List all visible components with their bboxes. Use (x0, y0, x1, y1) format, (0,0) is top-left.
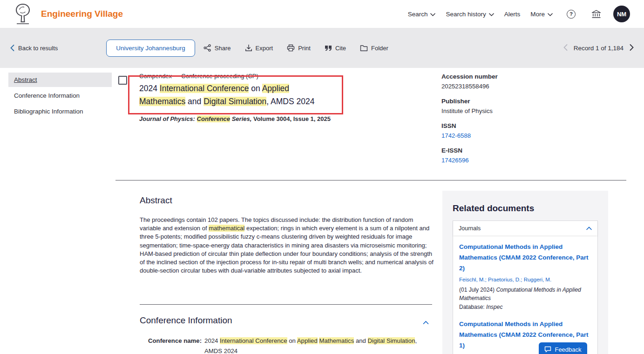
chevron-down-icon (548, 13, 553, 16)
chevron-up-icon (586, 227, 592, 230)
top-header: Engineering Village Search Search histor… (0, 0, 644, 28)
abstract-text: The proceedings contain 102 papers. The … (140, 216, 434, 275)
section-divider (140, 304, 432, 305)
top-nav: Search Search history Alerts More (408, 11, 553, 18)
related-document-database: Database: Inspec (459, 304, 591, 310)
section-divider (115, 180, 626, 180)
record-pagination: Record 1 of 1,184 (563, 44, 634, 52)
record-select-checkbox[interactable] (118, 76, 127, 85)
nav-more[interactable]: More (530, 11, 553, 18)
nav-search-history-label: Search history (446, 11, 486, 18)
related-documents-heading: Related documents (453, 203, 598, 214)
conference-name-label: Conference name: (148, 336, 202, 354)
chevron-left-icon (563, 44, 568, 51)
publisher-value: Institute of Physics (441, 107, 572, 114)
publisher-group: Publisher Institute of Physics (441, 98, 572, 114)
accession-number-value: 20252318558496 (441, 83, 572, 90)
related-documents-box: Journals Computational Methods in Applie… (453, 220, 598, 354)
chevron-right-icon (630, 44, 634, 51)
conference-name-row: Conference name: 2024 International Conf… (148, 336, 456, 354)
journals-accordion-label: Journals (459, 225, 481, 232)
feedback-label: Feedback (555, 346, 581, 353)
export-button[interactable]: Export (245, 44, 273, 52)
related-documents-panel: Related documents Journals Computational… (442, 191, 608, 354)
conference-information-collapse-button[interactable] (423, 318, 429, 327)
nav-more-label: More (530, 11, 545, 18)
record-pagination-label: Record 1 of 1,184 (574, 45, 624, 52)
feedback-button[interactable]: Feedback (539, 342, 587, 354)
export-icon (245, 44, 252, 52)
related-document-authors-link[interactable]: Feischl, M.; Praetorius, D.; Ruggeri, M. (459, 277, 591, 282)
database-line: Compendex — Conference proceeding (CP) (139, 73, 258, 80)
back-to-results-button[interactable]: Back to results (10, 45, 58, 52)
abstract-heading: Abstract (140, 195, 172, 206)
issn-group: ISSN 1742-6588 (441, 122, 572, 139)
print-button[interactable]: Print (287, 44, 311, 52)
chevron-up-icon (423, 321, 429, 325)
record-toolbar: Back to results University Johannesburg … (0, 28, 644, 68)
feedback-bubble-icon (544, 346, 551, 353)
back-to-results-label: Back to results (18, 45, 58, 52)
help-button[interactable]: ? (567, 10, 576, 19)
conference-information-heading: Conference Information (140, 315, 232, 326)
sidebar-item-bibliographic-information[interactable]: Bibliographic Information (8, 104, 112, 119)
accession-number-group: Accession number 20252318558496 (441, 73, 572, 90)
eissn-label: E-ISSN (441, 147, 572, 154)
nav-search[interactable]: Search (408, 11, 436, 18)
record-body: Abstract Conference Information Bibliogr… (0, 68, 644, 354)
accession-number-label: Accession number (441, 73, 572, 80)
source-line: Journal of Physics: Conference Series, V… (139, 115, 331, 122)
nav-alerts-label: Alerts (504, 11, 521, 18)
folder-label: Folder (371, 45, 388, 52)
institution-button[interactable] (591, 10, 601, 19)
previous-record-button[interactable] (563, 44, 568, 52)
journals-accordion-toggle[interactable]: Journals (453, 221, 597, 235)
related-document-item: Computational Methods in Applied Mathema… (459, 241, 591, 310)
cite-button[interactable]: Cite (325, 45, 346, 52)
related-document-title-link[interactable]: Computational Methods in Applied Mathema… (459, 241, 591, 274)
record-meta-column: Accession number 20252318558496 Publishe… (441, 73, 572, 172)
record-actions: Share Export Print (203, 44, 388, 52)
chevron-down-icon (430, 13, 435, 16)
sidebar-item-abstract[interactable]: Abstract (8, 73, 112, 87)
nav-alerts[interactable]: Alerts (504, 11, 521, 18)
nav-search-history[interactable]: Search history (446, 11, 494, 18)
issn-link[interactable]: 1742-6588 (441, 132, 572, 139)
eissn-link[interactable]: 17426596 (441, 157, 572, 164)
nav-search-label: Search (408, 11, 428, 18)
engineering-village-record-page: Engineering Village Search Search histor… (0, 0, 644, 354)
help-glyph: ? (569, 11, 573, 17)
record-title: 2024 International Conference on Applied… (139, 82, 358, 108)
related-document-source: (01 July 2024) Computational Methods in … (459, 286, 591, 302)
elsevier-logo[interactable] (12, 3, 34, 25)
user-avatar[interactable]: NM (613, 6, 630, 22)
export-label: Export (256, 45, 273, 52)
sidebar-item-conference-information[interactable]: Conference Information (8, 88, 112, 103)
section-sidebar: Abstract Conference Information Bibliogr… (8, 73, 112, 120)
institution-access-button[interactable]: University Johannesburg (106, 40, 195, 57)
print-label: Print (298, 45, 311, 52)
chevron-left-icon (10, 45, 14, 51)
conference-name-value: 2024 International Conference on Applied… (204, 336, 456, 354)
share-label: Share (215, 45, 231, 52)
folder-button[interactable]: Folder (360, 45, 388, 52)
brand-title: Engineering Village (41, 9, 123, 19)
avatar-initials: NM (617, 11, 626, 18)
cite-icon (325, 45, 332, 51)
share-icon (203, 44, 211, 52)
institution-icon (591, 10, 601, 19)
next-record-button[interactable] (630, 44, 634, 52)
share-button[interactable]: Share (203, 44, 231, 52)
folder-icon (360, 45, 368, 52)
chevron-down-icon (489, 13, 494, 16)
publisher-label: Publisher (441, 98, 572, 105)
related-documents-list: Computational Methods in Applied Mathema… (453, 235, 597, 354)
cite-label: Cite (335, 45, 346, 52)
print-icon (287, 44, 295, 52)
eissn-group: E-ISSN 17426596 (441, 147, 572, 164)
issn-label: ISSN (441, 122, 572, 129)
